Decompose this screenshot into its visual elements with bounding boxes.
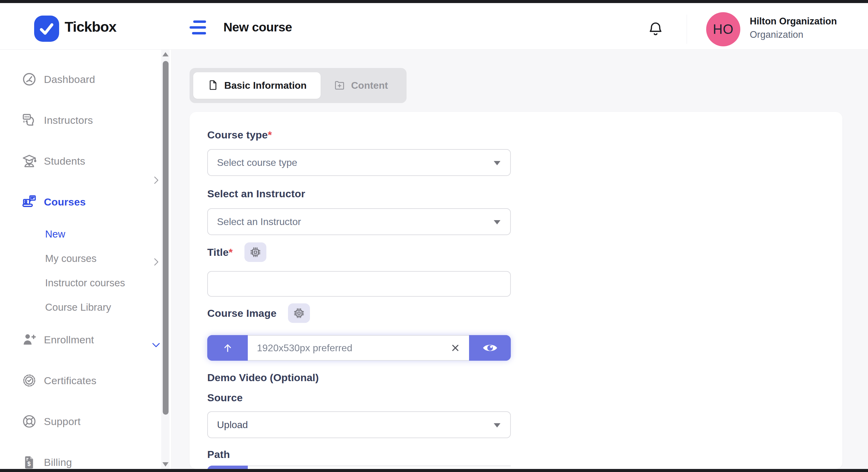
ai-generate-title-button[interactable] bbox=[244, 242, 267, 262]
instructor-select[interactable]: Select an Instructor bbox=[207, 208, 511, 235]
chevron-right-icon bbox=[151, 175, 161, 186]
subitem-label: New bbox=[45, 228, 65, 240]
gauge-icon bbox=[21, 71, 37, 87]
preview-image-button[interactable] bbox=[469, 335, 511, 361]
tab-content[interactable]: Content bbox=[334, 79, 388, 92]
upload-video-button[interactable] bbox=[207, 466, 248, 469]
clear-image-icon[interactable] bbox=[450, 343, 461, 353]
path-label: Path bbox=[207, 448, 230, 461]
sidebar-subitem-course-library[interactable]: Course Library bbox=[45, 298, 111, 317]
source-select[interactable]: Upload bbox=[207, 411, 511, 438]
sidebar-label: Certificates bbox=[44, 375, 96, 387]
demo-video-heading: Demo Video (Optional) bbox=[207, 372, 319, 384]
chevron-down-icon bbox=[151, 340, 161, 350]
tab-label: Content bbox=[351, 80, 388, 91]
sidebar-item-students[interactable]: Students bbox=[21, 151, 85, 171]
tab-bar: Basic Information Content bbox=[190, 68, 407, 103]
user-avatar[interactable]: HO bbox=[706, 12, 740, 46]
sidebar-label: Support bbox=[44, 416, 81, 427]
caret-down-icon bbox=[494, 220, 500, 225]
tab-label: Basic Information bbox=[224, 80, 307, 91]
user-role: Organization bbox=[750, 28, 837, 41]
tab-basic-information[interactable]: Basic Information bbox=[193, 72, 321, 99]
caret-down-icon bbox=[494, 161, 500, 165]
title-label-row: Title* bbox=[207, 242, 267, 262]
caret-down-icon bbox=[494, 423, 500, 427]
sidebar-item-certificates[interactable]: Certificates bbox=[21, 370, 96, 391]
subitem-label: Course Library bbox=[45, 301, 111, 313]
subitem-label: Instructor courses bbox=[45, 277, 125, 289]
chevron-right-icon bbox=[151, 257, 161, 267]
hamburger-menu-icon[interactable] bbox=[189, 20, 206, 35]
rosette-icon bbox=[21, 373, 37, 388]
tickbox-logo-icon[interactable] bbox=[34, 16, 59, 42]
sidebar-item-dashboard[interactable]: Dashboard bbox=[21, 69, 95, 90]
required-asterisk: * bbox=[268, 129, 272, 141]
user-info[interactable]: Hilton Organization Organization bbox=[750, 14, 837, 41]
header: Tickbox New course HO Hilton Organizatio… bbox=[0, 3, 868, 50]
course-type-label: Course type* bbox=[207, 129, 272, 141]
select-value: Upload bbox=[217, 419, 248, 431]
sidebar-item-support[interactable]: Support bbox=[21, 411, 81, 432]
select-placeholder: Select an Instructor bbox=[217, 216, 301, 228]
courses-laptop-icon bbox=[21, 194, 37, 210]
file-icon bbox=[207, 78, 219, 93]
sidebar-scrollbar-thumb[interactable] bbox=[163, 61, 168, 415]
sidebar-item-enrollment[interactable]: Enrollment bbox=[21, 329, 94, 350]
course-image-label-row: Course Image bbox=[207, 303, 310, 323]
screen-edge-top bbox=[0, 0, 868, 3]
sidebar-item-courses[interactable]: Courses bbox=[21, 191, 86, 212]
sidebar-subitem-my-courses[interactable]: My courses bbox=[45, 249, 97, 268]
main-content: Basic Information Content Course type* S… bbox=[172, 50, 868, 469]
title-label: Title* bbox=[207, 246, 233, 258]
course-image-label: Course Image bbox=[207, 307, 276, 319]
instructor-icon bbox=[21, 112, 37, 128]
avatar-initials: HO bbox=[713, 22, 734, 37]
sidebar-label: Students bbox=[44, 155, 85, 167]
sidebar-label: Instructors bbox=[44, 114, 93, 126]
scrollbar-down-arrow[interactable] bbox=[162, 462, 168, 467]
lifebuoy-icon bbox=[21, 413, 37, 429]
video-path-field[interactable] bbox=[248, 466, 511, 469]
sidebar-label: Billing bbox=[44, 456, 72, 468]
sidebar-label: Enrollment bbox=[44, 334, 94, 346]
select-placeholder: Select course type bbox=[217, 157, 297, 168]
ai-generate-image-button[interactable] bbox=[288, 303, 310, 323]
student-icon bbox=[21, 153, 37, 169]
person-plus-icon bbox=[21, 332, 37, 348]
screen-edge-bottom bbox=[0, 469, 868, 472]
sidebar-subitem-instructor-courses[interactable]: Instructor courses bbox=[45, 274, 125, 292]
scrollbar-up-arrow[interactable] bbox=[162, 52, 168, 56]
image-placeholder: 1920x530px preferred bbox=[257, 343, 352, 354]
sidebar: Dashboard Instructors Students bbox=[0, 50, 172, 469]
user-name: Hilton Organization bbox=[750, 14, 837, 28]
invoice-icon: $ bbox=[21, 454, 37, 470]
notifications-bell-icon[interactable] bbox=[647, 20, 664, 38]
form-card: Course type* Select course type Select a… bbox=[190, 112, 842, 469]
brand-name: Tickbox bbox=[65, 18, 117, 35]
sidebar-item-instructors[interactable]: Instructors bbox=[21, 110, 93, 130]
sidebar-subitem-new[interactable]: New bbox=[45, 225, 65, 243]
title-input[interactable] bbox=[207, 271, 511, 297]
page-title: New course bbox=[223, 20, 292, 34]
subitem-label: My courses bbox=[45, 253, 97, 264]
svg-text:$: $ bbox=[27, 461, 31, 467]
sidebar-label: Dashboard bbox=[44, 73, 95, 85]
sidebar-label: Courses bbox=[44, 196, 86, 208]
header-divider bbox=[687, 14, 687, 44]
instructor-label: Select an Instructor bbox=[207, 188, 305, 200]
course-type-select[interactable]: Select course type bbox=[207, 149, 511, 176]
demo-video-upload-widget bbox=[207, 466, 511, 469]
image-path-field[interactable]: 1920x530px preferred bbox=[248, 335, 469, 361]
course-image-upload-widget: 1920x530px preferred bbox=[207, 335, 511, 361]
upload-image-button[interactable] bbox=[207, 335, 248, 361]
folder-plus-icon bbox=[334, 79, 346, 92]
required-asterisk: * bbox=[228, 246, 232, 258]
source-label: Source bbox=[207, 392, 243, 404]
